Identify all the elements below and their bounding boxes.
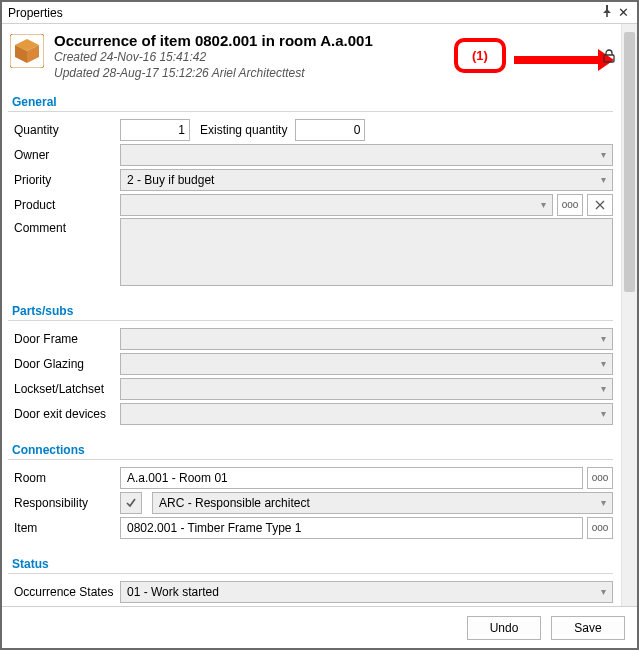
header: Occurrence of item 0802.001 in room A.a.… (8, 30, 613, 89)
product-label: Product (8, 195, 120, 215)
room-label: Room (8, 468, 120, 488)
updated-meta: Updated 28-Aug-17 15:12:26 Ariel Archite… (54, 65, 373, 81)
quantity-label: Quantity (8, 120, 120, 140)
product-clear-button[interactable] (587, 194, 613, 216)
item-label: Item (8, 518, 120, 538)
item-browse-button[interactable]: ooo (587, 517, 613, 539)
product-browse-button[interactable]: ooo (557, 194, 583, 216)
page-title: Occurrence of item 0802.001 in room A.a.… (54, 32, 373, 49)
lockset-combo[interactable]: ▾ (120, 378, 613, 400)
existing-quantity-label: Existing quantity (190, 123, 295, 137)
chevron-down-icon: ▾ (538, 199, 548, 210)
chevron-down-icon: ▾ (598, 497, 608, 508)
chevron-down-icon: ▾ (598, 174, 608, 185)
pin-icon[interactable] (599, 5, 615, 20)
item-icon (10, 34, 44, 68)
owner-label: Owner (8, 145, 120, 165)
svg-rect-4 (604, 55, 614, 62)
lockset-label: Lockset/Latchset (8, 379, 120, 399)
lock-icon[interactable] (601, 48, 617, 64)
created-meta: Created 24-Nov-16 15:41:42 (54, 49, 373, 65)
chevron-down-icon: ▾ (598, 408, 608, 419)
item-combo[interactable]: 0802.001 - Timber Frame Type 1 (120, 517, 583, 539)
section-general: General (8, 93, 613, 112)
scrollbar-thumb[interactable] (624, 32, 635, 292)
titlebar: Properties ✕ (2, 2, 637, 24)
responsibility-combo[interactable]: ARC - Responsible architect▾ (152, 492, 613, 514)
priority-label: Priority (8, 170, 120, 190)
door-frame-combo[interactable]: ▾ (120, 328, 613, 350)
properties-window: Properties ✕ Occurrence of item 0802.001… (0, 0, 639, 650)
door-glazing-label: Door Glazing (8, 354, 120, 374)
product-combo[interactable]: ▾ (120, 194, 553, 216)
scrollbar[interactable] (621, 24, 637, 606)
callout-arrow (514, 53, 614, 65)
section-connections: Connections (8, 441, 613, 460)
door-exit-label: Door exit devices (8, 404, 120, 424)
chevron-down-icon: ▾ (598, 149, 608, 160)
callout-badge: (1) (454, 38, 506, 73)
door-frame-label: Door Frame (8, 329, 120, 349)
save-button[interactable]: Save (551, 616, 625, 640)
door-exit-combo[interactable]: ▾ (120, 403, 613, 425)
chevron-down-icon: ▾ (598, 383, 608, 394)
comment-input[interactable] (120, 218, 613, 286)
window-title: Properties (8, 6, 599, 20)
responsibility-checkbox[interactable] (120, 492, 142, 514)
chevron-down-icon: ▾ (598, 333, 608, 344)
occurrence-states-combo[interactable]: 01 - Work started▾ (120, 581, 613, 603)
room-browse-button[interactable]: ooo (587, 467, 613, 489)
responsibility-label: Responsibility (8, 493, 120, 513)
comment-label: Comment (8, 218, 120, 238)
footer: Undo Save (2, 606, 637, 648)
section-parts: Parts/subs (8, 302, 613, 321)
owner-combo[interactable]: ▾ (120, 144, 613, 166)
door-glazing-combo[interactable]: ▾ (120, 353, 613, 375)
existing-quantity-input[interactable] (295, 119, 365, 141)
occurrence-states-label: Occurrence States (8, 582, 120, 602)
chevron-down-icon: ▾ (598, 586, 608, 597)
quantity-input[interactable] (120, 119, 190, 141)
close-icon[interactable]: ✕ (615, 5, 631, 20)
priority-combo[interactable]: 2 - Buy if budget ▾ (120, 169, 613, 191)
undo-button[interactable]: Undo (467, 616, 541, 640)
room-combo[interactable]: A.a.001 - Room 01 (120, 467, 583, 489)
chevron-down-icon: ▾ (598, 358, 608, 369)
section-status: Status (8, 555, 613, 574)
